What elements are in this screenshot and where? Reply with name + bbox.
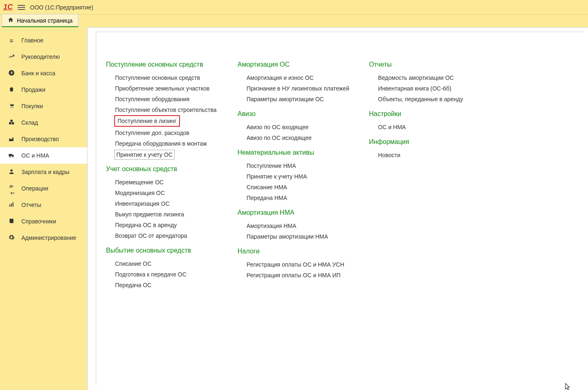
group-heading[interactable]: Нематериальные активы: [238, 149, 353, 156]
svg-rect-4: [9, 122, 11, 124]
section-panel: Поступление основных средств Поступление…: [96, 32, 583, 385]
link-item[interactable]: Авизо по ОС входящее: [238, 122, 353, 132]
sidebar-item-label: Отчеты: [21, 202, 41, 208]
link-item[interactable]: Списание НМА: [238, 182, 353, 193]
link-item[interactable]: Амортизация НМА: [238, 221, 353, 231]
group-heading[interactable]: Информация: [369, 138, 484, 146]
link-item[interactable]: Списание ОС: [106, 258, 221, 269]
group-heading[interactable]: Выбытие основных средств: [106, 247, 221, 254]
link-item[interactable]: Регистрация оплаты ОС и НМА ИП: [238, 270, 353, 281]
sidebar-item-os-nma[interactable]: ОС и НМА: [0, 147, 87, 164]
sidebar-item-reports[interactable]: Отчеты: [0, 197, 87, 213]
group-heading[interactable]: Отчеты: [369, 61, 484, 68]
sidebar-item-label: Зарплата и кадры: [21, 169, 69, 175]
cart-icon: [7, 102, 16, 110]
sidebar-item-label: Операции: [21, 185, 48, 192]
link-item[interactable]: Признание в НУ лизинговых платежей: [238, 83, 353, 94]
boxes-icon: [7, 119, 16, 127]
link-item[interactable]: Поступление НМА: [238, 160, 353, 171]
main-menu-icon[interactable]: [18, 4, 25, 11]
factory-icon: [7, 135, 16, 143]
svg-point-7: [9, 156, 11, 157]
sidebar-item-warehouse[interactable]: Склад: [0, 114, 87, 131]
sidebar-item-label: ОС и НМА: [21, 152, 49, 159]
link-item[interactable]: Инвентарная книга (ОС-6б): [369, 83, 484, 94]
sidebar: ≡ Главное Руководителю ₽ Банк и касса Пр…: [0, 27, 87, 390]
sidebar-item-label: Склад: [21, 119, 38, 126]
link-item[interactable]: Новости: [369, 150, 484, 160]
link-item[interactable]: Поступление объектов строительства: [106, 104, 221, 115]
sidebar-item-production[interactable]: Производство: [0, 131, 87, 147]
sidebar-item-label: Справочники: [21, 218, 56, 225]
sidebar-item-sales[interactable]: Продажи: [0, 81, 87, 98]
link-item[interactable]: Параметры амортизации НМА: [238, 231, 353, 242]
truck-icon: [7, 152, 16, 160]
svg-rect-6: [10, 120, 12, 122]
svg-rect-5: [12, 122, 14, 124]
link-item[interactable]: Поступление оборудования: [106, 94, 221, 104]
link-item[interactable]: Регистрация оплаты ОС и НМА УСН: [238, 259, 353, 270]
link-item[interactable]: Передача НМА: [238, 193, 353, 203]
group-heading[interactable]: Настройки: [369, 110, 484, 118]
window-title: ООО (1С:Предприятие): [30, 4, 93, 11]
link-item[interactable]: Подготовка к передаче ОС: [106, 269, 221, 280]
person-icon: [7, 168, 16, 176]
mouse-cursor-icon: [565, 383, 571, 390]
group-heading[interactable]: Поступление основных средств: [106, 61, 221, 68]
group-heading[interactable]: Амортизация ОС: [238, 61, 353, 68]
link-item[interactable]: Модернизация ОС: [106, 188, 221, 198]
sidebar-item-label: Продажи: [21, 86, 45, 93]
group-heading[interactable]: Авизо: [238, 110, 353, 118]
content-area: Поступление основных средств Поступление…: [87, 27, 588, 390]
link-item[interactable]: Передача ОС в аренду: [106, 220, 221, 230]
link-item[interactable]: Выкуп предметов лизинга: [106, 209, 221, 220]
sidebar-item-main[interactable]: ≡ Главное: [0, 32, 87, 49]
bars-icon: [7, 201, 16, 209]
link-accept-os-focused[interactable]: Принятие к учету ОС: [114, 150, 175, 160]
sidebar-item-directories[interactable]: Справочники: [0, 213, 87, 230]
link-item[interactable]: Возврат ОС от арендатора: [106, 230, 221, 241]
gear-icon: [7, 234, 16, 242]
link-item[interactable]: Инвентаризация ОС: [106, 198, 221, 209]
link-leasing-highlighted[interactable]: Поступление в лизинг: [114, 115, 180, 127]
sidebar-item-hr[interactable]: Зарплата и кадры: [0, 164, 87, 180]
svg-rect-11: [11, 203, 12, 207]
link-item[interactable]: Авизо по ОС исходящее: [238, 132, 353, 143]
link-item[interactable]: Поступление доп. расходов: [106, 128, 221, 138]
svg-rect-12: [13, 202, 14, 207]
column-2: Амортизация ОС Амортизация и износ ОС Пр…: [238, 61, 353, 290]
topbar: 1C ООО (1С:Предприятие): [0, 0, 588, 15]
link-item[interactable]: Параметры амортизации ОС: [238, 94, 353, 104]
ruble-icon: ₽: [7, 70, 16, 77]
tab-bar: Начальная страница: [0, 15, 588, 27]
link-item[interactable]: Передача оборудования в монтаж: [106, 138, 221, 149]
group-heading[interactable]: Амортизация НМА: [238, 209, 353, 216]
svg-point-3: [12, 107, 13, 108]
link-item[interactable]: Ведомость амортизации ОС: [369, 72, 484, 83]
book-icon: [7, 218, 16, 225]
sidebar-item-manager[interactable]: Руководителю: [0, 49, 87, 65]
link-item[interactable]: Амортизация и износ ОС: [238, 72, 353, 83]
sidebar-item-purchases[interactable]: Покупки: [0, 98, 87, 114]
group-heading[interactable]: Учет основных средств: [106, 165, 221, 173]
group-heading[interactable]: Налоги: [238, 248, 353, 255]
sidebar-item-bank[interactable]: ₽ Банк и касса: [0, 65, 87, 81]
svg-point-9: [10, 169, 12, 171]
svg-rect-10: [9, 204, 10, 207]
link-item[interactable]: Перемещение ОС: [106, 177, 221, 188]
logo-1c: 1C: [3, 3, 13, 12]
tab-home[interactable]: Начальная страница: [2, 14, 78, 27]
svg-point-2: [11, 107, 12, 108]
sidebar-item-label: Главное: [21, 37, 44, 44]
column-3: Отчеты Ведомость амортизации ОС Инвентар…: [369, 61, 484, 290]
link-item[interactable]: Поступление основных средств: [106, 72, 221, 83]
link-item[interactable]: ОС и НМА: [369, 122, 484, 132]
sidebar-item-operations[interactable]: Дт Кт Операции: [0, 180, 87, 197]
sidebar-item-admin[interactable]: Администрирование: [0, 230, 87, 246]
sidebar-item-label: Банк и касса: [21, 70, 55, 77]
link-item[interactable]: Принятие к учету НМА: [238, 171, 353, 182]
link-item[interactable]: Передача ОС: [106, 280, 221, 290]
list-icon: ≡: [7, 37, 16, 44]
link-item[interactable]: Объекты, переданные в аренду: [369, 94, 484, 104]
link-item[interactable]: Приобретение земельных участков: [106, 83, 221, 94]
